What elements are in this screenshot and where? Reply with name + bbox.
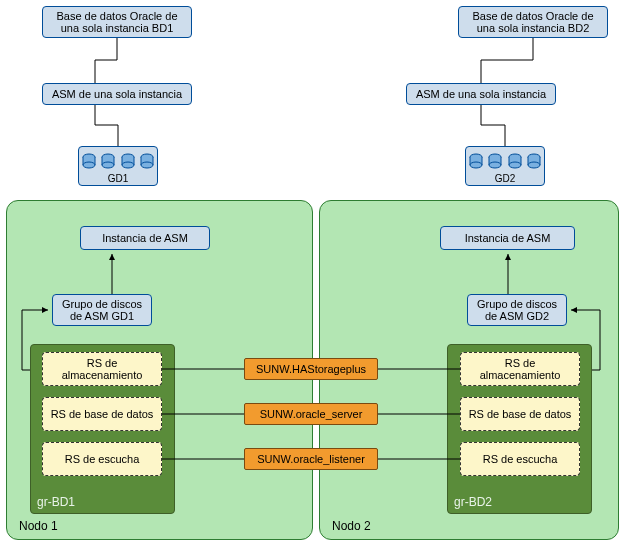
asm-instance-label-1: Instancia de ASM <box>102 232 188 244</box>
db-label-right: Base de datos Oracle de una sola instanc… <box>463 10 603 34</box>
node-label-1: Nodo 1 <box>19 519 58 533</box>
svg-point-24 <box>470 162 482 168</box>
dg-box-left: GD1 <box>78 146 158 186</box>
disk-icon <box>101 153 115 171</box>
svg-point-14 <box>122 162 134 168</box>
rs-storage-2: RS de almacenamiento <box>460 352 580 386</box>
rs-group-label-1: gr-BD1 <box>37 495 75 509</box>
rs-listener-label-2: RS de escucha <box>483 453 558 465</box>
rt-listener-label: SUNW.oracle_listener <box>257 453 365 465</box>
svg-point-34 <box>509 162 521 168</box>
node-label-2: Nodo 2 <box>332 519 371 533</box>
rs-listener-1: RS de escucha <box>42 442 162 476</box>
rt-server-label: SUNW.oracle_server <box>260 408 363 420</box>
db-label-left: Base de datos Oracle de una sola instanc… <box>47 10 187 34</box>
rs-db-2: RS de base de datos <box>460 397 580 431</box>
disk-icon <box>121 153 135 171</box>
svg-point-29 <box>489 162 501 168</box>
svg-point-9 <box>102 162 114 168</box>
disk-icon <box>469 153 483 171</box>
rs-storage-label-2: RS de almacenamiento <box>465 357 575 381</box>
rs-listener-label-1: RS de escucha <box>65 453 140 465</box>
db-box-right: Base de datos Oracle de una sola instanc… <box>458 6 608 38</box>
asm-instance-label-2: Instancia de ASM <box>465 232 551 244</box>
disk-icon <box>527 153 541 171</box>
rs-group-label-2: gr-BD2 <box>454 495 492 509</box>
asm-dg-2: Grupo de discos de ASM GD2 <box>467 294 567 326</box>
rs-db-label-1: RS de base de datos <box>51 408 154 420</box>
disk-icon <box>508 153 522 171</box>
svg-point-39 <box>528 162 540 168</box>
rs-listener-2: RS de escucha <box>460 442 580 476</box>
asm-instance-2: Instancia de ASM <box>440 226 575 250</box>
rs-db-1: RS de base de datos <box>42 397 162 431</box>
asm-instance-1: Instancia de ASM <box>80 226 210 250</box>
rt-listener: SUNW.oracle_listener <box>244 448 378 470</box>
asm-label-right: ASM de una sola instancia <box>416 88 546 100</box>
dg-label-right: GD2 <box>466 173 544 184</box>
disk-icon <box>488 153 502 171</box>
rt-storage: SUNW.HAStorageplus <box>244 358 378 380</box>
dg-label-left: GD1 <box>79 173 157 184</box>
rs-storage-1: RS de almacenamiento <box>42 352 162 386</box>
svg-point-19 <box>141 162 153 168</box>
dg-box-right: GD2 <box>465 146 545 186</box>
asm-dg-label-2: Grupo de discos de ASM GD2 <box>472 298 562 322</box>
asm-dg-1: Grupo de discos de ASM GD1 <box>52 294 152 326</box>
rt-storage-label: SUNW.HAStorageplus <box>256 363 366 375</box>
svg-point-4 <box>83 162 95 168</box>
disk-icon <box>140 153 154 171</box>
db-box-left: Base de datos Oracle de una sola instanc… <box>42 6 192 38</box>
rs-storage-label-1: RS de almacenamiento <box>47 357 157 381</box>
asm-box-right: ASM de una sola instancia <box>406 83 556 105</box>
rs-db-label-2: RS de base de datos <box>469 408 572 420</box>
asm-box-left: ASM de una sola instancia <box>42 83 192 105</box>
asm-label-left: ASM de una sola instancia <box>52 88 182 100</box>
disk-icon <box>82 153 96 171</box>
asm-dg-label-1: Grupo de discos de ASM GD1 <box>57 298 147 322</box>
rt-server: SUNW.oracle_server <box>244 403 378 425</box>
